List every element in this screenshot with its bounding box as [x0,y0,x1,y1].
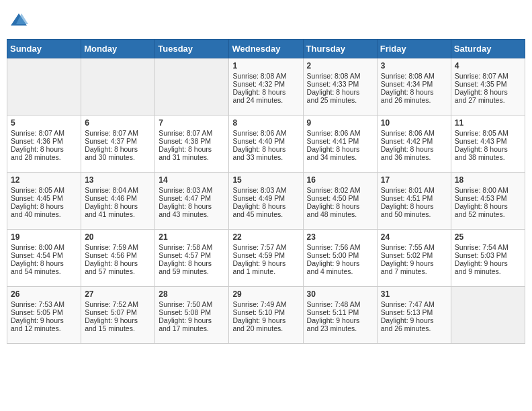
sunset-text: Sunset: 4:47 PM [159,194,225,202]
day-number: 29 [232,289,299,299]
sunrise-text: Sunrise: 8:06 AM [232,129,299,137]
sunrise-text: Sunrise: 7:47 AM [381,300,447,308]
sunrise-text: Sunrise: 7:57 AM [232,243,299,251]
sunset-text: Sunset: 4:53 PM [455,194,521,202]
weekday-header: Thursday [303,40,377,58]
sunrise-text: Sunrise: 8:07 AM [85,129,151,137]
daylight-text: Daylight: 8 hours and 25 minutes. [307,88,373,104]
day-number: 14 [159,175,225,185]
day-number: 8 [232,118,299,128]
daylight-text: Daylight: 8 hours and 26 minutes. [381,88,447,104]
weekday-header: Tuesday [155,40,229,58]
sunrise-text: Sunrise: 8:08 AM [307,72,373,80]
sunset-text: Sunset: 4:54 PM [11,251,77,259]
day-number: 1 [232,61,299,71]
sunset-text: Sunset: 4:56 PM [85,251,151,259]
daylight-text: Daylight: 8 hours and 40 minutes. [11,202,77,218]
sunset-text: Sunset: 4:59 PM [232,251,299,259]
daylight-text: Daylight: 9 hours and 9 minutes. [455,259,521,275]
sunset-text: Sunset: 4:36 PM [11,137,77,145]
daylight-text: Daylight: 9 hours and 1 minute. [232,259,299,275]
sunrise-text: Sunrise: 7:54 AM [455,243,521,251]
calendar-cell [451,287,525,344]
day-number: 21 [159,232,225,242]
calendar-cell: 30Sunrise: 7:48 AMSunset: 5:11 PMDayligh… [303,287,377,344]
calendar-cell: 12Sunrise: 8:05 AMSunset: 4:45 PMDayligh… [7,173,81,230]
sunset-text: Sunset: 4:43 PM [455,137,521,145]
daylight-text: Daylight: 8 hours and 54 minutes. [11,259,77,275]
daylight-text: Daylight: 8 hours and 50 minutes. [381,202,447,218]
sunrise-text: Sunrise: 8:03 AM [159,186,225,194]
daylight-text: Daylight: 9 hours and 4 minutes. [307,259,373,275]
daylight-text: Daylight: 9 hours and 20 minutes. [232,316,299,332]
weekday-header: Sunday [7,40,81,58]
daylight-text: Daylight: 8 hours and 48 minutes. [307,202,373,218]
calendar-cell: 9Sunrise: 8:06 AMSunset: 4:41 PMDaylight… [303,116,377,173]
daylight-text: Daylight: 9 hours and 23 minutes. [307,316,373,332]
day-number: 31 [381,289,447,299]
calendar-cell: 20Sunrise: 7:59 AMSunset: 4:56 PMDayligh… [81,230,155,287]
day-number: 9 [307,118,373,128]
calendar-cell: 17Sunrise: 8:01 AMSunset: 4:51 PMDayligh… [377,173,451,230]
calendar-cell: 1Sunrise: 8:08 AMSunset: 4:32 PMDaylight… [229,58,303,116]
sunrise-text: Sunrise: 8:07 AM [455,72,521,80]
calendar-cell: 5Sunrise: 8:07 AMSunset: 4:36 PMDaylight… [7,116,81,173]
day-number: 17 [381,175,447,185]
day-number: 5 [11,118,77,128]
sunrise-text: Sunrise: 8:01 AM [381,186,447,194]
day-number: 6 [85,118,151,128]
calendar-body: 1Sunrise: 8:08 AMSunset: 4:32 PMDaylight… [7,58,525,344]
sunset-text: Sunset: 4:45 PM [11,194,77,202]
calendar-cell: 16Sunrise: 8:02 AMSunset: 4:50 PMDayligh… [303,173,377,230]
day-number: 23 [307,232,373,242]
day-number: 28 [159,289,225,299]
day-number: 20 [85,232,151,242]
day-number: 18 [455,175,521,185]
sunrise-text: Sunrise: 7:59 AM [85,243,151,251]
daylight-text: Daylight: 9 hours and 12 minutes. [11,316,77,332]
sunset-text: Sunset: 4:32 PM [232,80,299,88]
sunrise-text: Sunrise: 8:07 AM [159,129,225,137]
day-number: 16 [307,175,373,185]
calendar-cell: 26Sunrise: 7:53 AMSunset: 5:05 PMDayligh… [7,287,81,344]
daylight-text: Daylight: 8 hours and 57 minutes. [85,259,151,275]
sunrise-text: Sunrise: 8:08 AM [232,72,299,80]
sunrise-text: Sunrise: 8:04 AM [85,186,151,194]
sunset-text: Sunset: 4:35 PM [455,80,521,88]
daylight-text: Daylight: 8 hours and 45 minutes. [232,202,299,218]
sunrise-text: Sunrise: 8:05 AM [11,186,77,194]
sunset-text: Sunset: 5:03 PM [455,251,521,259]
sunset-text: Sunset: 4:42 PM [381,137,447,145]
sunrise-text: Sunrise: 8:03 AM [232,186,299,194]
daylight-text: Daylight: 8 hours and 30 minutes. [85,145,151,161]
calendar-cell: 25Sunrise: 7:54 AMSunset: 5:03 PMDayligh… [451,230,525,287]
day-number: 2 [307,61,373,71]
calendar-cell: 8Sunrise: 8:06 AMSunset: 4:40 PMDaylight… [229,116,303,173]
weekday-header: Saturday [451,40,525,58]
calendar-week-row: 5Sunrise: 8:07 AMSunset: 4:36 PMDaylight… [7,116,525,173]
calendar-week-row: 19Sunrise: 8:00 AMSunset: 4:54 PMDayligh… [7,230,525,287]
sunset-text: Sunset: 4:40 PM [232,137,299,145]
calendar-week-row: 26Sunrise: 7:53 AMSunset: 5:05 PMDayligh… [7,287,525,344]
day-number: 7 [159,118,225,128]
daylight-text: Daylight: 8 hours and 24 minutes. [232,88,299,104]
sunrise-text: Sunrise: 8:06 AM [307,129,373,137]
logo-icon [9,11,28,30]
sunrise-text: Sunrise: 7:55 AM [381,243,447,251]
daylight-text: Daylight: 8 hours and 36 minutes. [381,145,447,161]
daylight-text: Daylight: 8 hours and 41 minutes. [85,202,151,218]
daylight-text: Daylight: 8 hours and 28 minutes. [11,145,77,161]
day-number: 24 [381,232,447,242]
sunset-text: Sunset: 5:08 PM [159,308,225,316]
calendar-cell: 28Sunrise: 7:50 AMSunset: 5:08 PMDayligh… [155,287,229,344]
sunset-text: Sunset: 4:34 PM [381,80,447,88]
sunrise-text: Sunrise: 7:58 AM [159,243,225,251]
sunset-text: Sunset: 4:57 PM [159,251,225,259]
day-number: 15 [232,175,299,185]
calendar-cell: 18Sunrise: 8:00 AMSunset: 4:53 PMDayligh… [451,173,525,230]
daylight-text: Daylight: 9 hours and 7 minutes. [381,259,447,275]
daylight-text: Daylight: 9 hours and 15 minutes. [85,316,151,332]
day-number: 27 [85,289,151,299]
day-number: 22 [232,232,299,242]
calendar-header: SundayMondayTuesdayWednesdayThursdayFrid… [7,40,525,58]
